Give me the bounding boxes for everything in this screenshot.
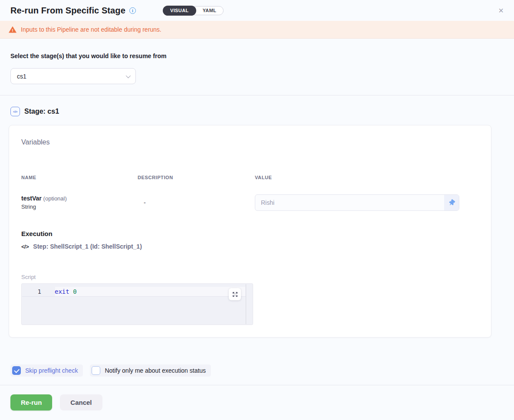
tab-visual[interactable]: VISUAL [163,6,196,16]
step-label: Step: ShellScript_1 (Id: ShellScript_1) [33,243,142,250]
step-heading: </> Step: ShellScript_1 (Id: ShellScript… [21,243,479,250]
variables-heading: Variables [21,138,479,146]
line-number: 1 [22,288,41,296]
stage-select-section: Select the stage(s) that you would like … [0,39,514,95]
page-title: Re-run From Specific Stage [10,6,125,16]
skip-preflight-label: Skip preflight check [25,367,78,374]
checkbox-unchecked-icon[interactable] [92,366,100,375]
variable-name-cell: testVar (optional) String [21,194,138,211]
stage-title: Stage: cs1 [24,108,59,115]
rerun-button[interactable]: Re-run [10,394,52,410]
stage-card: Variables NAME DESCRIPTION VALUE testVar… [9,125,491,338]
expand-icon [232,292,238,297]
info-icon[interactable]: i [129,7,136,14]
column-header-description: DESCRIPTION [138,175,255,180]
stage-select-label: Select the stage(s) that you would like … [10,52,504,59]
notify-only-me-label: Notify only me about execution status [105,367,206,374]
tab-yaml[interactable]: YAML [196,6,224,15]
run-options-row: Skip preflight check Notify only me abou… [9,364,504,377]
script-label: Script [21,274,479,280]
column-header-name: NAME [21,175,138,180]
stage-type-icon: </> [10,107,20,116]
execution-heading: Execution [21,230,479,237]
checkbox-checked-icon[interactable] [12,366,21,375]
warning-banner: ! Inputs to this Pipeline are not editab… [0,21,514,39]
warning-icon: ! [9,26,16,33]
variable-value-wrap [255,194,459,211]
stage-heading: </> Stage: cs1 [9,107,504,116]
rerun-from-stage-modal: Re-run From Specific Stage i VISUAL YAML… [0,0,514,420]
pin-icon[interactable] [444,195,459,210]
stage-section: </> Stage: cs1 Variables NAME DESCRIPTIO… [0,95,514,385]
table-row: testVar (optional) String - [21,194,479,211]
code-line: 1 exit 0 [22,284,253,296]
editor-scrollbar[interactable] [246,284,246,324]
script-code-editor[interactable]: 1 exit 0 [21,283,253,325]
skip-preflight-option[interactable]: Skip preflight check [10,364,83,377]
stage-select-value: cs1 [17,73,26,80]
code-keyword: exit [55,288,69,295]
stage-select-dropdown[interactable]: cs1 [10,68,136,84]
warning-text: Inputs to this Pipeline are not editable… [21,26,161,33]
variable-optional-tag: (optional) [43,195,67,202]
variable-value-input [255,195,444,210]
modal-footer: Re-run Cancel [0,385,514,420]
expand-editor-button[interactable] [229,288,241,300]
code-argument: 0 [73,288,76,295]
current-line-border [22,296,246,297]
variable-description: - [138,199,255,206]
column-header-value: VALUE [255,175,479,180]
visual-yaml-toggle: VISUAL YAML [163,6,224,15]
close-icon[interactable]: × [498,6,504,15]
code-icon: </> [21,243,29,250]
variable-type: String [21,203,138,211]
variable-value-cell [255,194,479,211]
chevron-down-icon [126,73,131,78]
variables-table-header: NAME DESCRIPTION VALUE [21,175,479,180]
variable-name: testVar [21,195,42,202]
cancel-button[interactable]: Cancel [60,394,102,410]
notify-only-me-option[interactable]: Notify only me about execution status [90,364,211,377]
modal-header: Re-run From Specific Stage i VISUAL YAML… [0,0,514,21]
